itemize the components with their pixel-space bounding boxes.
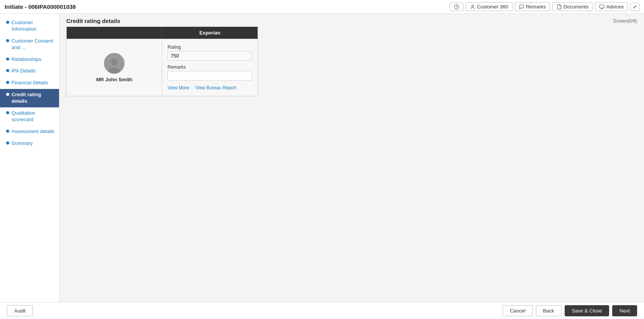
- view-bureau-report-button[interactable]: View Bureau Report: [195, 85, 236, 90]
- remarks-icon: [519, 4, 524, 10]
- bottom-left-actions: Audit: [7, 305, 33, 316]
- content-header: Credit rating details Screen(6/9): [59, 14, 644, 26]
- clock-button[interactable]: [450, 3, 463, 11]
- documents-icon: [557, 4, 562, 10]
- advices-button[interactable]: Advices: [595, 2, 628, 11]
- avatar: [104, 53, 125, 74]
- nav-dot: [6, 39, 9, 42]
- sidebar: Customer Information Customer Consent an…: [0, 14, 59, 302]
- sidebar-item-assessment-details[interactable]: Assessment details: [0, 126, 59, 138]
- screen-label: Screen(6/9): [613, 18, 637, 24]
- credit-rating-details: Rating Remarks View More View Bureau Rep…: [162, 39, 258, 96]
- nav-dot: [6, 69, 9, 72]
- main-area: Customer Information Customer Consent an…: [0, 14, 644, 302]
- view-more-button[interactable]: View More: [168, 85, 189, 90]
- sidebar-item-relationships[interactable]: Relationships: [0, 54, 59, 66]
- sidebar-item-qualitative-scorecard[interactable]: Qualitative scorecard: [0, 107, 59, 126]
- credit-person-info: MR John Smith: [67, 39, 162, 96]
- sidebar-item-financial-details[interactable]: Financial Details: [0, 77, 59, 89]
- next-button[interactable]: Next: [612, 305, 637, 316]
- remarks-button[interactable]: Remarks: [515, 2, 550, 11]
- clock-icon: [454, 4, 459, 10]
- customer360-button[interactable]: Customer 360: [466, 2, 513, 11]
- credit-rating-container: Experian: [59, 26, 644, 103]
- sidebar-item-ipa-details[interactable]: IPA Details: [0, 65, 59, 77]
- customer360-icon: [470, 4, 475, 10]
- credit-table-header: Experian: [67, 27, 258, 39]
- links-row: View More View Bureau Report: [168, 85, 252, 90]
- save-close-button[interactable]: Save & Close: [565, 305, 610, 316]
- nav-dot: [6, 130, 9, 133]
- sidebar-item-customer-consent[interactable]: Customer Consent and ...: [0, 35, 59, 54]
- bottom-right-actions: Cancel Back Save & Close Next: [503, 305, 637, 316]
- svg-point-1: [472, 5, 474, 7]
- svg-point-9: [111, 59, 118, 66]
- top-bar: Initiate - 006IPA000001038 Customer 360 …: [0, 0, 644, 14]
- sidebar-item-credit-rating-details[interactable]: Credit rating details: [0, 89, 59, 107]
- bottom-bar: Audit Cancel Back Save & Close Next: [0, 302, 644, 319]
- person-avatar-icon: [106, 57, 123, 74]
- svg-point-10: [108, 67, 120, 74]
- rating-input[interactable]: [168, 51, 252, 61]
- nav-dot: [6, 111, 9, 114]
- advices-icon: [599, 4, 605, 10]
- nav-dot: [6, 81, 9, 84]
- remarks-input[interactable]: [168, 71, 252, 81]
- documents-button[interactable]: Documents: [552, 2, 593, 11]
- nav-dot: [6, 58, 9, 61]
- back-button[interactable]: Back: [536, 305, 562, 316]
- svg-rect-2: [600, 5, 605, 8]
- person-name: MR John Smith: [96, 77, 133, 82]
- col2-header: Experian: [162, 27, 258, 39]
- nav-dot: [6, 93, 9, 96]
- credit-table: Experian: [66, 26, 258, 96]
- page-title: Initiate - 006IPA000001038: [5, 3, 76, 10]
- top-bar-actions: Customer 360 Remarks Documents Advices ⤢: [450, 2, 639, 11]
- remarks-label: Remarks: [168, 64, 252, 70]
- nav-dot: [6, 21, 9, 24]
- content-area: Credit rating details Screen(6/9) Experi…: [59, 14, 644, 302]
- content-title: Credit rating details: [66, 18, 120, 24]
- sidebar-item-customer-information[interactable]: Customer Information: [0, 17, 59, 35]
- col1-header: [67, 27, 162, 39]
- credit-table-body: MR John Smith Rating Remarks View More V…: [67, 39, 258, 96]
- sidebar-item-summary[interactable]: Summary: [0, 138, 59, 150]
- cancel-button[interactable]: Cancel: [503, 305, 532, 316]
- expand-button[interactable]: ⤢: [630, 3, 639, 11]
- audit-button[interactable]: Audit: [7, 305, 33, 316]
- rating-label: Rating: [168, 44, 252, 50]
- nav-dot: [6, 141, 9, 145]
